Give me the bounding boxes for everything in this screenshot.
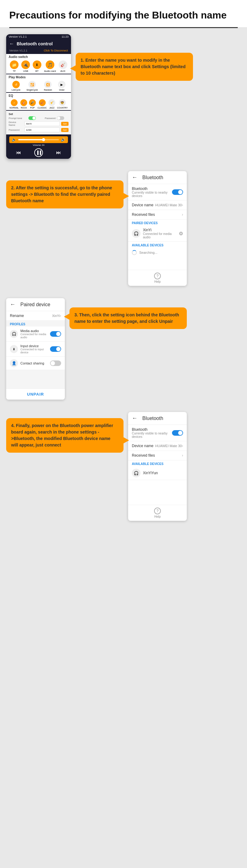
next-btn[interactable]: ⏭ xyxy=(56,150,61,155)
prompt-tone-row: Prompt tone Password xyxy=(9,116,68,120)
contact-sharing-toggle[interactable] xyxy=(50,361,61,366)
device-name-info-2: Device name xyxy=(132,203,155,207)
step4-row: 4. Finally, power on the Bluetooth power… xyxy=(0,406,247,527)
paired-section-label-2: PAIRED DEVICES xyxy=(128,220,187,225)
volume-slider[interactable]: 🔉 🔊 xyxy=(9,136,68,143)
received-files-title-2: Received files xyxy=(132,213,182,217)
step3-row: ← Paired device Rename XinYi › PROFILES … xyxy=(0,292,247,406)
mode-random[interactable]: 🔀 Random xyxy=(44,81,52,91)
title-section: Precautions for modifying the Bluetooth … xyxy=(0,0,247,27)
audio-bt[interactable]: ⬇ BT xyxy=(33,60,42,72)
play-pause-btn[interactable]: ▐▐ xyxy=(34,148,43,157)
audio-switch-label: Audio switch xyxy=(6,54,71,59)
phone-subheader: Version V1.2.1 Click To Disconnect xyxy=(6,49,71,53)
available-device-row-4[interactable]: 🎧 XinYiYun xyxy=(128,466,187,480)
eq-classic[interactable]: 🎻 CLASSIC xyxy=(38,99,47,109)
back-btn-icon-3[interactable]: ← xyxy=(10,301,16,308)
prev-btn[interactable]: ⏮ xyxy=(16,150,21,155)
device-name-row-2[interactable]: Device name HUAWEI Mate 30 › xyxy=(128,200,187,210)
eq-country[interactable]: 🤠 COUNTRY xyxy=(57,99,67,109)
eq-classic-icon: 🎻 xyxy=(39,99,46,106)
media-audio-sub: Connected for media audio xyxy=(20,333,50,339)
rename-value: XinYi xyxy=(52,314,60,318)
step4-bubble: 4. Finally, power on the Bluetooth power… xyxy=(6,418,124,453)
rename-row[interactable]: Rename XinYi › xyxy=(6,311,65,321)
unpair-button[interactable]: UNPAIR xyxy=(6,389,65,400)
contact-sharing-info: Contact sharing xyxy=(20,361,50,365)
device-name-label: Device Name xyxy=(9,121,23,126)
input-device-toggle[interactable] xyxy=(50,346,61,352)
bt-toggle-4[interactable] xyxy=(172,430,183,436)
help-icon-2[interactable]: ? xyxy=(154,273,161,279)
device-name-set-btn[interactable]: Set xyxy=(61,122,68,126)
received-files-info-2: Received files xyxy=(132,213,182,217)
bt-toggle-row-4: Bluetooth Currently visible to nearby de… xyxy=(128,425,187,441)
eq-jazz-icon: 🎷 xyxy=(49,99,55,106)
received-files-row-2[interactable]: Received files › xyxy=(128,210,187,220)
phone-status-bar: Version V1.2.1 11:23 xyxy=(6,34,71,39)
tf-icon: 📁 xyxy=(10,60,19,69)
paired-device-name-2: XinYi xyxy=(143,228,179,232)
mode-singlecycle[interactable]: 🔁 SingleCycle xyxy=(27,81,38,91)
eq-jazz[interactable]: 🎷 JAZZ xyxy=(49,99,55,109)
gear-settings-icon-2[interactable]: ⚙ xyxy=(179,230,183,237)
back-btn-icon-2[interactable]: ← xyxy=(132,174,137,181)
eq-pop[interactable]: 🎤 POP xyxy=(29,99,36,109)
eq-section: EQ ♪ NORMAL 🎸 ROCK 🎤 POP 🎻 CLASSIC xyxy=(6,93,71,110)
input-device-info: Input device Connected to input device xyxy=(20,344,50,354)
available-device-info-4: XinYiYun xyxy=(143,471,183,475)
bt-header-2: ← Bluetooth xyxy=(128,171,187,184)
vol-thumb[interactable] xyxy=(42,138,45,141)
mode-listcycle[interactable]: ↺ ListCycle xyxy=(12,81,20,91)
bt-icon: ⬇ xyxy=(33,60,42,69)
password-input[interactable] xyxy=(24,127,60,132)
available-section-label-4: AVAILABLE DEVICES xyxy=(128,460,187,466)
mode-order[interactable]: ▶ Order xyxy=(58,81,65,91)
audio-aux[interactable]: 🎸 AUX xyxy=(59,60,67,72)
prompt-tone-label: Prompt tone xyxy=(9,117,27,120)
received-files-arrow-4: › xyxy=(182,453,183,458)
help-label-2: Help xyxy=(155,280,161,283)
rename-arrow: › xyxy=(60,314,61,318)
version-label: Version V1.2.1 xyxy=(9,49,27,52)
bt-toggle-2[interactable] xyxy=(172,189,183,195)
device-name-row-4[interactable]: Device name HUAWEI Mate 30 › xyxy=(128,441,187,451)
audio-tf[interactable]: 📁 TF xyxy=(10,60,19,72)
device-name-arrow-2: › xyxy=(182,203,183,207)
help-icon-4[interactable]: ? xyxy=(154,507,161,514)
received-files-row-4[interactable]: Received files › xyxy=(128,451,187,460)
password-row: Password Set xyxy=(9,127,68,132)
eq-rock[interactable]: 🎸 ROCK xyxy=(20,99,27,109)
input-device-sub: Connected to input device xyxy=(20,348,50,354)
device-headphone-icon-2: 🎧 xyxy=(132,229,140,238)
status-version: Version V1.2.1 xyxy=(9,35,27,38)
audio-usb[interactable]: 🔌 USB xyxy=(21,60,30,72)
step4-bubble-text: 4. Finally, power on the Bluetooth power… xyxy=(11,423,113,447)
phone-mockup-step1: Version V1.2.1 11:23 ← Bluetooth control… xyxy=(6,34,71,159)
device-name-input[interactable] xyxy=(24,121,60,126)
back-arrow-icon[interactable]: ← xyxy=(9,41,14,46)
prompt-tone-toggle[interactable] xyxy=(28,116,36,120)
password-set-btn[interactable]: Set xyxy=(61,128,68,132)
bluetooth-screen-step2: ← Bluetooth Bluetooth Currently visible … xyxy=(128,171,187,286)
step3-bubble: 3. Then, click the setting icon behind t… xyxy=(70,307,187,329)
password-toggle[interactable] xyxy=(57,116,64,120)
media-audio-toggle[interactable] xyxy=(50,331,61,337)
bt-header-title-2: Bluetooth xyxy=(142,175,163,180)
page-title: Precautions for modifying the Bluetooth … xyxy=(9,9,238,21)
searching-text-2: Searching... xyxy=(139,251,158,254)
click-disconnect[interactable]: Click To Disconnect xyxy=(44,49,68,52)
device-name-title-4: Device name xyxy=(132,444,155,448)
received-files-info-4: Received files xyxy=(132,453,182,458)
audio-switch-section: Audio switch 📁 TF 🔌 USB ⬇ BT 🎵 Audio car… xyxy=(6,54,71,74)
rename-info: Rename xyxy=(10,314,52,318)
eq-normal[interactable]: ♪ NORMAL xyxy=(9,99,19,109)
play-modes-label: Play Modes xyxy=(6,74,71,80)
bt-title-4: Bluetooth xyxy=(132,427,172,432)
back-btn-icon-4[interactable]: ← xyxy=(132,415,137,422)
paired-device-row-2: 🎧 XinYi Connected for media audio ⚙ xyxy=(128,225,187,242)
audio-card[interactable]: 🎵 Audio card xyxy=(44,60,56,72)
step2-bubble-text: 2. After the setting is successful, go t… xyxy=(11,185,112,203)
device-name-value-2: HUAWEI Mate 30 xyxy=(155,203,182,207)
volume-section: 🔉 🔊 Volume 24 ⏮ ▐▐ ⏭ xyxy=(6,134,71,159)
